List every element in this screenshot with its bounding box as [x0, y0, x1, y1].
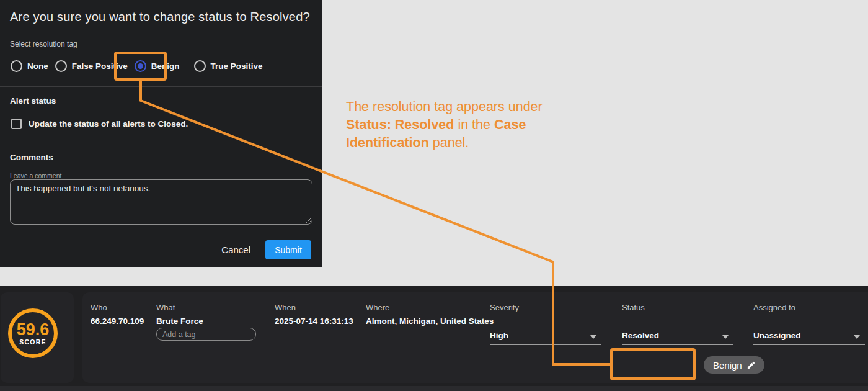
change-status-modal: Are you sure you want to change status t…: [0, 0, 322, 267]
radio-option-none[interactable]: None: [11, 60, 48, 72]
assigned-to-value: Unassigned: [753, 331, 801, 340]
resolution-tag-chip[interactable]: Benign: [704, 356, 764, 374]
status-select[interactable]: Resolved: [622, 330, 733, 345]
checkbox-unchecked-icon[interactable]: [11, 119, 22, 129]
divider: [0, 86, 322, 87]
modal-actions: Cancel Submit: [221, 240, 311, 259]
annotation-case: Case: [494, 117, 526, 132]
when-value: 2025-07-14 16:31:13: [275, 317, 353, 326]
chevron-down-icon: [854, 335, 860, 339]
assigned-to-select[interactable]: Unassigned: [753, 330, 865, 345]
annotation-note: The resolution tag appears under Status:…: [346, 98, 588, 152]
edit-pencil-icon: [746, 361, 756, 370]
radio-option-label: Benign: [151, 61, 187, 71]
comments-heading: Comments: [10, 153, 53, 162]
checkbox-label: Update the status of all alerts to Close…: [29, 119, 188, 128]
alert-status-heading: Alert status: [10, 96, 56, 106]
severity-label: Severity: [490, 303, 519, 312]
assigned-to-label: Assigned to: [753, 303, 795, 312]
submit-button[interactable]: Submit: [265, 240, 311, 259]
annotation-text: in the: [454, 117, 494, 132]
score-card: 59.6 SCORE: [1, 292, 74, 383]
radio-option-true-positive[interactable]: True Positive: [194, 60, 263, 72]
severity-select[interactable]: High: [490, 330, 601, 345]
resolution-chip-label: Benign: [713, 360, 742, 371]
radio-option-label: None: [27, 61, 48, 71]
severity-value: High: [490, 331, 508, 340]
what-value-link[interactable]: Brute Force: [156, 317, 203, 326]
where-value: Almont, Michigan, United States: [366, 317, 494, 326]
add-tag-input[interactable]: [156, 328, 256, 341]
who-label: Who: [91, 303, 107, 312]
annotation-identification: Identification: [346, 135, 429, 150]
close-alerts-checkbox-row[interactable]: Update the status of all alerts to Close…: [11, 119, 188, 129]
score-circle: 59.6 SCORE: [8, 308, 58, 358]
chevron-down-icon: [590, 335, 596, 339]
status-label: Status: [622, 303, 645, 312]
radio-icon[interactable]: [55, 60, 67, 72]
page: Are you sure you want to change status t…: [0, 0, 868, 391]
annotation-text: panel.: [429, 135, 469, 150]
comment-textarea[interactable]: This happened but it's not nefarious.: [10, 179, 312, 225]
case-detail-card: Who 66.249.70.109 What Brute Force When …: [82, 292, 868, 383]
radio-option-false-positive[interactable]: False Positive: [55, 60, 128, 72]
score-label: SCORE: [19, 339, 46, 346]
annotation-line1: The resolution tag appears under: [346, 99, 542, 114]
radio-icon[interactable]: [11, 60, 22, 72]
status-value: Resolved: [622, 331, 659, 340]
radio-option-label: False Positive: [72, 61, 128, 71]
case-identification-panel: 59.6 SCORE Who 66.249.70.109 What Brute …: [0, 286, 868, 391]
radio-icon[interactable]: [194, 60, 206, 72]
resolution-tag-label: Select resolution tag: [10, 40, 78, 48]
what-label: What: [156, 303, 175, 312]
radio-option-benign[interactable]: Benign: [135, 60, 187, 72]
modal-title: Are you sure you want to change status t…: [10, 10, 310, 24]
when-label: When: [275, 303, 296, 312]
score-value: 59.6: [17, 321, 50, 338]
chevron-down-icon: [722, 335, 728, 339]
who-value: 66.249.70.109: [91, 317, 144, 326]
where-label: Where: [366, 303, 389, 312]
leave-comment-label: Leave a comment: [10, 172, 61, 179]
resolution-radio-group: None False Positive Benign True Positive: [11, 59, 263, 73]
radio-option-label: True Positive: [211, 61, 263, 71]
cancel-button[interactable]: Cancel: [221, 245, 250, 255]
divider: [0, 142, 322, 142]
annotation-status-resolved: Status: Resolved: [346, 117, 454, 132]
panel-bottom-strip: [0, 386, 868, 391]
radio-selected-icon[interactable]: [135, 60, 146, 72]
